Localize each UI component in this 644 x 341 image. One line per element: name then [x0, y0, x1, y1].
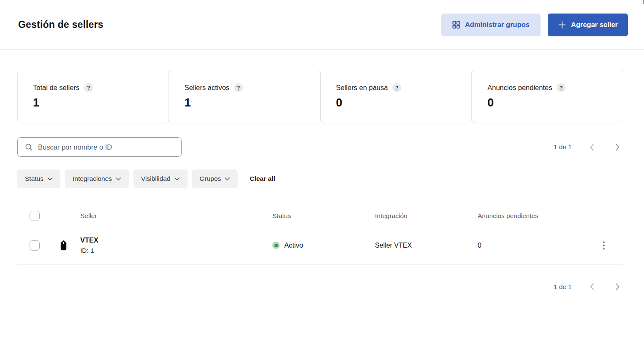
chevron-down-icon [47, 177, 53, 181]
stat-value: 0 [336, 96, 463, 109]
column-header-status: Status [272, 212, 375, 220]
pending-listings-cell: 0 [478, 242, 599, 249]
filter-status[interactable]: Status [17, 169, 60, 188]
column-header-integration: Integración [375, 212, 478, 220]
seller-management-page: Gestión de sellers Administrar grupos [0, 0, 644, 341]
filter-label: Status [25, 175, 43, 183]
search-icon [25, 143, 33, 151]
seller-cell[interactable]: VTEX ID: 1 [80, 236, 272, 254]
manage-groups-label: Administrar grupos [465, 21, 530, 29]
tag-icon [60, 240, 67, 251]
prev-page-button[interactable] [586, 141, 598, 153]
select-all-checkbox[interactable] [30, 211, 40, 221]
seller-name: VTEX [80, 236, 272, 244]
filter-visibility[interactable]: Visibilidad [133, 169, 187, 188]
page-title: Gestión de sellers [18, 19, 103, 30]
search-toolbar: 1 de 1 [17, 137, 623, 157]
search-box [17, 137, 182, 157]
stat-card-pending-listings: Anuncios pendientes ? 0 [472, 70, 623, 123]
stats-row: Total de sellers ? 1 Sellers activos ? 1… [17, 70, 623, 123]
filter-label: Integraciones [73, 175, 112, 183]
clear-all-filters-button[interactable]: Clear all [250, 175, 275, 183]
stat-label: Total de sellers [33, 84, 79, 92]
search-input[interactable] [38, 143, 175, 151]
stat-label: Anuncios pendientes [487, 84, 552, 92]
help-icon[interactable]: ? [234, 83, 243, 92]
manage-groups-button[interactable]: Administrar grupos [441, 14, 541, 36]
kebab-icon [603, 241, 605, 250]
stat-card-paused-sellers: Sellers en pausa ? 0 [321, 70, 472, 123]
stat-value: 1 [33, 96, 160, 109]
chevron-down-icon [225, 177, 230, 181]
prev-page-button[interactable] [586, 281, 598, 293]
table-row: VTEX ID: 1 Activo Seller VTEX 0 [17, 226, 623, 265]
table-header-row: Seller Status Integración Anuncios pendi… [17, 206, 623, 226]
next-page-button[interactable] [611, 281, 623, 293]
add-seller-button[interactable]: Agregar seller [548, 14, 628, 36]
filters-row: Status Integraciones Visibilidad Grupos [17, 169, 623, 188]
help-icon[interactable]: ? [557, 83, 565, 92]
filter-label: Grupos [200, 175, 221, 183]
pagination-label: 1 de 1 [554, 143, 572, 151]
add-seller-label: Agregar seller [571, 21, 618, 29]
stat-value: 0 [487, 96, 614, 109]
stat-card-active-sellers: Sellers activos ? 1 [169, 70, 321, 123]
stat-label: Sellers en pausa [336, 84, 388, 92]
filter-integrations[interactable]: Integraciones [65, 169, 129, 188]
help-icon[interactable]: ? [84, 83, 93, 92]
integration-cell: Seller VTEX [375, 242, 478, 249]
filter-label: Visibilidad [141, 175, 171, 183]
row-actions-button[interactable] [599, 238, 609, 253]
bottom-pagination: 1 de 1 [554, 281, 623, 293]
next-page-button[interactable] [611, 141, 623, 153]
stat-label: Sellers activos [185, 84, 229, 92]
chevron-down-icon [116, 177, 121, 181]
status-text: Activo [284, 241, 303, 249]
grid-icon [452, 21, 460, 29]
main-content: Total de sellers ? 1 Sellers activos ? 1… [0, 70, 644, 293]
seller-id: ID: 1 [80, 247, 272, 254]
help-icon[interactable]: ? [392, 83, 401, 92]
chevron-down-icon [174, 177, 180, 181]
stat-card-total-sellers: Total de sellers ? 1 [17, 70, 169, 123]
status-active-icon [272, 242, 280, 249]
column-header-seller: Seller [80, 212, 272, 220]
header-actions: Administrar grupos Agregar seller [441, 14, 628, 36]
status-cell: Activo [272, 241, 375, 249]
row-checkbox[interactable] [30, 240, 40, 251]
stat-value: 1 [185, 96, 312, 109]
footer: 1 de 1 [17, 281, 623, 293]
top-pagination: 1 de 1 [554, 141, 623, 153]
page-header: Gestión de sellers Administrar grupos [0, 0, 644, 50]
sellers-table: Seller Status Integración Anuncios pendi… [17, 206, 623, 265]
filter-groups[interactable]: Grupos [192, 169, 238, 188]
pagination-label: 1 de 1 [554, 283, 572, 291]
plus-icon [558, 21, 566, 29]
column-header-pending: Anuncios pendientes [478, 212, 599, 220]
